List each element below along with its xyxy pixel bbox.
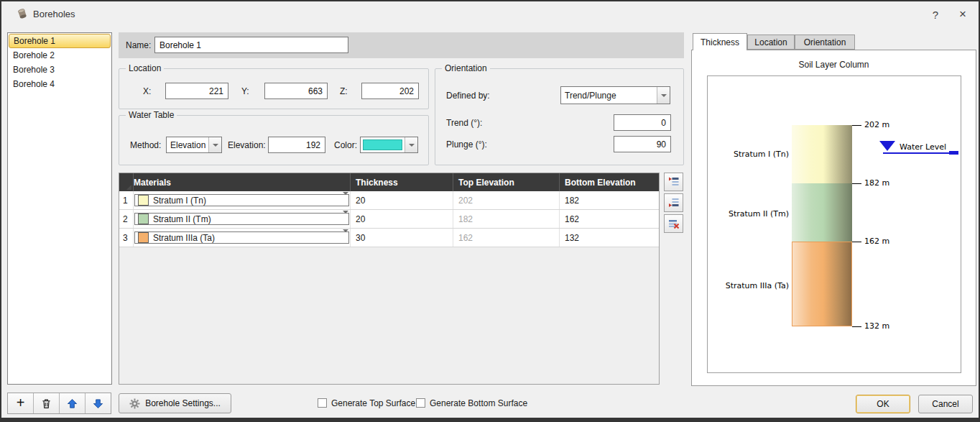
help-button[interactable]: ?	[927, 6, 944, 23]
chevron-down-icon	[343, 211, 348, 224]
bottom-elevation-cell[interactable]: 162	[560, 210, 659, 228]
ok-button[interactable]: OK	[856, 395, 910, 413]
material-cell: Stratum I (Tn)	[134, 191, 351, 209]
water-color-dropdown[interactable]	[360, 137, 418, 153]
borehole-settings-button[interactable]: Borehole Settings...	[119, 393, 231, 413]
bottom-elevation-cell[interactable]: 182	[560, 191, 659, 209]
col-header-bottom-elevation: Bottom Elevation	[560, 173, 659, 191]
corner-cell	[119, 173, 134, 191]
borehole-list-item-1[interactable]: Borehole 1	[9, 34, 111, 48]
soil-layer-stratum-2	[792, 183, 852, 242]
dropdown-button[interactable]	[208, 137, 221, 152]
plus-icon: +	[17, 395, 25, 411]
add-borehole-button[interactable]: +	[8, 393, 34, 413]
close-button[interactable]: ×	[954, 6, 971, 23]
defined-by-dropdown[interactable]: Trend/Plunge	[560, 86, 670, 104]
name-label: Name:	[126, 37, 151, 54]
move-borehole-up-button[interactable]	[60, 393, 85, 413]
table-row: 1 Stratum I (Tn) 20 202 182	[119, 191, 659, 210]
row-number: 1	[119, 191, 134, 209]
thickness-cell[interactable]: 20	[351, 210, 453, 228]
chevron-down-icon	[661, 94, 667, 97]
x-input[interactable]	[165, 83, 228, 99]
generate-bottom-surface-label: Generate Bottom Surface	[430, 398, 527, 408]
thickness-cell[interactable]: 30	[351, 229, 453, 247]
boreholes-dialog: Boreholes ? × Borehole 1 Borehole 2 Bore…	[0, 0, 980, 422]
materials-table-header: Materials Thickness Top Elevation Bottom…	[119, 173, 659, 191]
elevation-tick-label: 202 m	[864, 120, 889, 130]
water-table-group-title: Water Table	[126, 110, 177, 120]
dropdown-button[interactable]	[343, 214, 348, 224]
cancel-button[interactable]: Cancel	[918, 395, 973, 413]
elevation-tick-label: 182 m	[864, 178, 889, 188]
elevation-tick	[852, 242, 861, 242]
water-level-marker-icon	[879, 141, 895, 151]
method-dropdown[interactable]: Elevation	[166, 137, 222, 153]
water-level-line	[883, 152, 951, 154]
borehole-list-item-2[interactable]: Borehole 2	[9, 48, 111, 63]
material-cell: Stratum IIIa (Ta)	[134, 229, 351, 247]
y-label: Y:	[241, 83, 249, 100]
elevation-tick-label: 132 m	[864, 321, 889, 331]
borehole-list-item-4[interactable]: Borehole 4	[9, 77, 111, 91]
corner-triangle-icon	[126, 185, 131, 190]
dropdown-button[interactable]	[657, 87, 670, 104]
chevron-down-icon	[409, 144, 415, 147]
generate-top-surface-checkbox[interactable]	[318, 398, 327, 408]
z-input[interactable]	[361, 83, 419, 99]
soil-layer-stratum-3	[792, 242, 852, 326]
defined-by-label: Defined by:	[446, 88, 490, 104]
material-name: Stratum IIIa (Ta)	[153, 233, 215, 243]
defined-by-value: Trend/Plunge	[561, 87, 657, 104]
y-input[interactable]	[264, 83, 328, 99]
location-group: Location X: Y: Z:	[119, 68, 429, 109]
borehole-list-item-3[interactable]: Borehole 3	[9, 63, 111, 77]
water-level-label: Water Level	[900, 142, 946, 152]
dropdown-button[interactable]	[405, 137, 417, 152]
chevron-down-icon	[343, 229, 348, 242]
up-arrow-icon	[67, 398, 78, 409]
tab-thickness[interactable]: Thickness	[693, 33, 747, 50]
location-group-title: Location	[126, 63, 164, 73]
generate-bottom-surface-checkbox[interactable]	[416, 398, 425, 408]
method-label: Method:	[130, 137, 161, 154]
dropdown-button[interactable]	[343, 232, 348, 243]
delete-row-button[interactable]	[664, 214, 683, 233]
material-dropdown[interactable]: Stratum II (Tm)	[134, 213, 349, 225]
color-label: Color:	[334, 137, 357, 154]
name-input[interactable]	[154, 37, 348, 53]
material-name: Stratum II (Tm)	[153, 214, 211, 224]
borehole-app-icon	[17, 8, 28, 19]
delete-borehole-button[interactable]	[34, 393, 60, 413]
z-label: Z:	[340, 83, 348, 100]
insert-row-above-button[interactable]	[664, 173, 683, 191]
row-number: 3	[119, 229, 134, 247]
trend-label: Trend (°):	[446, 115, 482, 132]
delete-row-icon	[668, 218, 680, 229]
elevation-input[interactable]	[268, 137, 325, 153]
material-dropdown[interactable]: Stratum I (Tn)	[134, 194, 349, 206]
plunge-input[interactable]	[614, 136, 671, 152]
insert-row-above-icon	[668, 176, 680, 188]
bottom-elevation-cell[interactable]: 132	[560, 229, 659, 247]
elevation-tick-label: 162 m	[864, 237, 889, 247]
down-arrow-icon	[93, 398, 103, 409]
col-header-top-elevation: Top Elevation	[453, 173, 560, 191]
layer-label: Stratum II (Tm)	[704, 209, 789, 219]
trash-icon	[41, 398, 52, 409]
x-label: X:	[143, 83, 151, 100]
gear-icon	[129, 398, 140, 409]
tab-orientation[interactable]: Orientation	[795, 35, 855, 50]
top-elevation-cell: 162	[453, 229, 560, 247]
material-cell: Stratum II (Tm)	[134, 210, 351, 228]
orientation-group-title: Orientation	[442, 63, 490, 73]
material-color-swatch	[138, 232, 149, 243]
layer-label: Stratum I (Tn)	[704, 150, 789, 159]
tab-location[interactable]: Location	[747, 35, 795, 50]
thickness-cell[interactable]: 20	[351, 191, 453, 209]
material-dropdown[interactable]: Stratum IIIa (Ta)	[134, 231, 349, 244]
move-borehole-down-button[interactable]	[85, 393, 111, 413]
trend-input[interactable]	[614, 114, 671, 131]
insert-row-below-button[interactable]	[664, 193, 683, 212]
dropdown-button[interactable]	[343, 195, 348, 206]
